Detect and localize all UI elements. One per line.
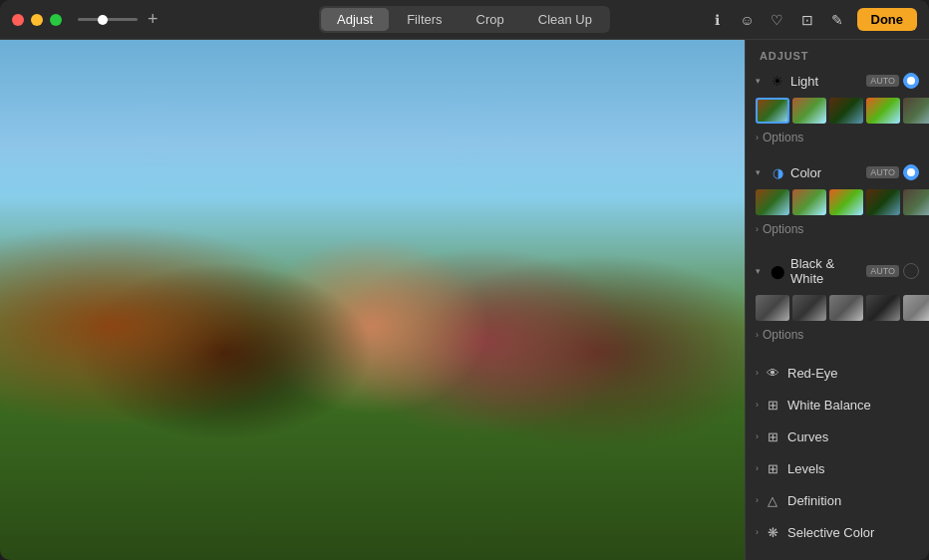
selective-color-label: Selective Color [787,525,874,540]
done-button[interactable]: Done [857,8,918,31]
section-light-header[interactable]: ▾ ☀ Light AUTO [746,68,929,94]
light-thumb-1[interactable] [792,98,826,124]
edit-icon[interactable]: ✎ [827,10,847,30]
emoji-icon[interactable]: ☺ [738,10,758,30]
light-chevron-icon: ▾ [756,76,766,86]
color-label: Color [790,165,866,180]
red-eye-chevron-icon: › [756,368,759,378]
color-thumb-3[interactable] [866,189,900,215]
bw-circle-icon: ⬤ [770,263,785,279]
bw-options-label: Options [763,328,803,342]
bw-options-row[interactable]: › Options [746,325,929,347]
section-light: ▾ ☀ Light AUTO › Options [746,68,929,149]
nav-tabs: Adjust Filters Crop Clean Up [319,6,610,33]
color-thumb-2[interactable] [829,189,863,215]
bw-thumb-2[interactable] [829,295,863,321]
zoom-slider-area: + [78,9,158,30]
section-bw-header[interactable]: ▾ ⬤ Black & White AUTO [746,251,929,291]
color-options-chevron-icon: › [756,224,759,234]
levels-label: Levels [787,461,825,476]
list-item-levels[interactable]: › ⊞ Levels [746,452,929,484]
white-balance-label: White Balance [787,398,871,413]
light-thumb-4[interactable] [903,98,929,124]
levels-icon: ⊞ [764,459,781,477]
red-eye-icon: 👁 [764,364,781,382]
tab-crop[interactable]: Crop [461,8,520,31]
definition-icon: △ [764,491,781,509]
tab-cleanup[interactable]: Clean Up [522,8,608,31]
section-color-header[interactable]: ▾ ◑ Color AUTO [746,159,929,185]
bw-thumbnails [746,291,929,325]
selective-color-chevron-icon: › [756,527,759,537]
color-toggle[interactable] [903,164,919,180]
photo-scene [0,40,745,560]
zoom-slider-track[interactable] [78,18,138,21]
share-icon[interactable]: ⊡ [797,10,817,30]
color-chevron-icon: ▾ [756,167,766,177]
definition-label: Definition [787,493,841,508]
white-balance-icon: ⊞ [764,396,781,414]
titlebar-right: ℹ ☺ ♡ ⊡ ✎ Done [708,8,918,31]
bw-thumb-3[interactable] [866,295,900,321]
color-thumb-4[interactable] [903,189,929,215]
color-toggle-inner [907,168,915,176]
levels-chevron-icon: › [756,463,759,473]
list-item-definition[interactable]: › △ Definition [746,484,929,516]
curves-label: Curves [787,429,828,444]
minimize-button[interactable] [31,14,43,26]
traffic-lights [12,14,62,26]
panel-header: ADJUST [746,40,929,68]
color-options-row[interactable]: › Options [746,219,929,241]
bw-thumb-0[interactable] [756,295,789,321]
selective-color-icon: ❋ [764,523,781,541]
close-button[interactable] [12,14,24,26]
zoom-slider-thumb [98,15,108,25]
bw-thumb-4[interactable] [903,295,929,321]
color-options-label: Options [763,222,803,236]
bw-auto-badge[interactable]: AUTO [866,265,899,277]
bw-options-chevron-icon: › [756,330,759,340]
red-eye-label: Red-Eye [787,366,838,381]
light-thumbnails [746,94,929,128]
light-options-chevron-icon: › [756,133,759,142]
tab-adjust[interactable]: Adjust [321,8,389,31]
curves-chevron-icon: › [756,431,759,441]
definition-chevron-icon: › [756,495,759,505]
light-thumb-2[interactable] [829,98,863,124]
light-options-row[interactable]: › Options [746,128,929,149]
light-options-label: Options [763,131,803,144]
list-item-selective-color[interactable]: › ❋ Selective Color [746,516,929,548]
light-auto-badge[interactable]: AUTO [866,75,899,87]
list-item-noise-reduction[interactable]: › ▦ Noise Reduction [746,548,929,560]
color-auto-badge[interactable]: AUTO [866,166,899,178]
info-icon[interactable]: ℹ [708,10,728,30]
color-thumb-0[interactable] [756,189,789,215]
noise-reduction-icon: ▦ [764,555,781,560]
right-panel: ADJUST ▾ ☀ Light AUTO › Options [745,40,929,560]
tab-filters[interactable]: Filters [391,8,458,31]
list-item-curves[interactable]: › ⊞ Curves [746,420,929,452]
zoom-add-button[interactable]: + [148,9,158,30]
light-sun-icon: ☀ [770,73,785,89]
curves-icon: ⊞ [764,427,781,445]
light-toggle[interactable] [903,73,919,89]
bw-chevron-icon: ▾ [756,266,766,276]
photo-area [0,40,745,560]
light-thumb-0[interactable] [756,98,789,124]
titlebar: + Adjust Filters Crop Clean Up ℹ ☺ ♡ ⊡ ✎… [0,0,929,40]
main-content: ADJUST ▾ ☀ Light AUTO › Options [0,40,929,560]
list-item-white-balance[interactable]: › ⊞ White Balance [746,389,929,420]
light-label: Light [790,74,866,89]
color-circle-icon: ◑ [770,164,785,180]
heart-icon[interactable]: ♡ [768,10,787,30]
color-thumb-1[interactable] [792,189,826,215]
white-balance-chevron-icon: › [756,400,759,410]
maximize-button[interactable] [50,14,62,26]
noise-reduction-label: Noise Reduction [787,557,882,561]
color-thumbnails [746,185,929,219]
light-thumb-3[interactable] [866,98,900,124]
bw-thumb-1[interactable] [792,295,826,321]
bw-toggle[interactable] [903,263,919,279]
list-item-red-eye[interactable]: › 👁 Red-Eye [746,357,929,389]
bw-label: Black & White [790,256,866,286]
